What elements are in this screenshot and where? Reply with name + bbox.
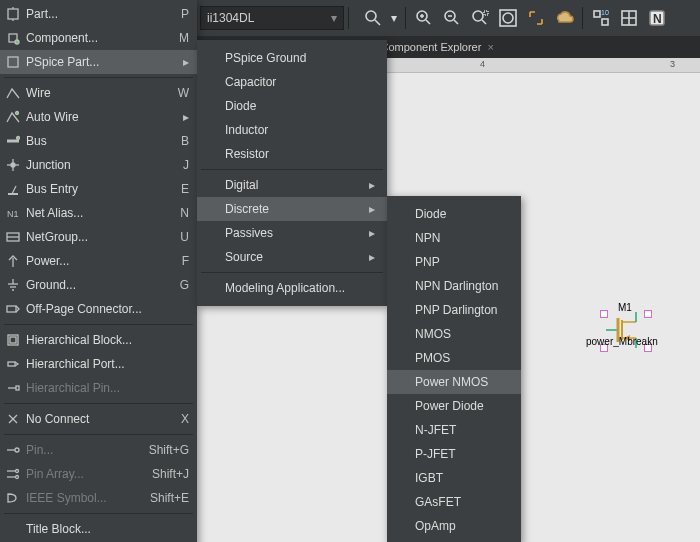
part-name-value: ii1304DL [207, 11, 254, 25]
snap-icon[interactable]: 10 [588, 5, 614, 31]
menu-item-pmos[interactable]: PMOS [387, 346, 521, 370]
menu-item-npn[interactable]: NPN [387, 226, 521, 250]
svg-rect-11 [484, 11, 488, 15]
grid-icon[interactable] [616, 5, 642, 31]
place-menu: Part...PComponent...MPSpice Part...▸Wire… [0, 0, 197, 542]
cloud-icon[interactable] [551, 5, 577, 31]
zoom-area-icon[interactable] [467, 5, 493, 31]
blank-icon [4, 520, 22, 538]
menu-item-label: PNP Darlington [415, 303, 498, 317]
menu-separator [4, 77, 193, 78]
menu-item-inductor[interactable]: Inductor [197, 118, 387, 142]
svg-point-38 [17, 137, 20, 140]
menu-item-n-jfet[interactable]: N-JFET [387, 418, 521, 442]
svg-point-61 [15, 448, 19, 452]
search-icon[interactable] [360, 5, 386, 31]
menu-item-junction[interactable]: JunctionJ [0, 153, 197, 177]
menu-item-label: Bus Entry [26, 182, 181, 196]
pspice-icon [4, 53, 22, 71]
menu-item-digital[interactable]: Digital▸ [197, 173, 387, 197]
menu-item-shortcut: W [178, 86, 189, 100]
menu-item-diode[interactable]: Diode [387, 202, 521, 226]
menu-item-opamp[interactable]: OpAmp [387, 514, 521, 538]
menu-item-label: Passives [225, 226, 369, 240]
menu-item-discrete[interactable]: Discrete▸ [197, 197, 387, 221]
menu-item-passives[interactable]: Passives▸ [197, 221, 387, 245]
menu-item-label: Hierarchical Pin... [26, 381, 189, 395]
menu-item-shortcut: E [181, 182, 189, 196]
svg-point-65 [16, 476, 19, 479]
menu-item-component[interactable]: Component...M [0, 26, 197, 50]
menu-item-shortcut: F [182, 254, 189, 268]
tab-label: Component Explorer [381, 41, 482, 53]
selection-handle[interactable] [600, 310, 608, 318]
discrete-submenu: DiodeNPNPNPNPN DarlingtonPNP DarlingtonN… [387, 196, 521, 542]
tab-component-explorer[interactable]: Component Explorer× [373, 36, 502, 58]
menu-separator [4, 434, 193, 435]
svg-rect-57 [16, 386, 19, 390]
svg-point-34 [15, 40, 19, 44]
menu-item-p-jfet[interactable]: P-JFET [387, 442, 521, 466]
menu-item-pnp-darlington[interactable]: PNP Darlington [387, 298, 521, 322]
menu-item-label: NMOS [415, 327, 451, 341]
menu-item-power-diode[interactable]: Power Diode [387, 394, 521, 418]
menu-item-label: Pin... [26, 443, 149, 457]
menu-item-igbt[interactable]: IGBT [387, 466, 521, 490]
menu-item-title-block[interactable]: Title Block... [0, 517, 197, 541]
menu-item-ground[interactable]: Ground...G [0, 273, 197, 297]
menu-separator [4, 513, 193, 514]
placed-component[interactable]: M1 power_Mbreakn [600, 294, 660, 354]
menu-item-diode[interactable]: Diode [197, 94, 387, 118]
zoom-fit-icon[interactable] [495, 5, 521, 31]
menu-item-off-page-connector[interactable]: Off-Page Connector... [0, 297, 197, 321]
part-name-field[interactable]: ii1304DL ▾ [200, 6, 344, 30]
menu-item-label: PSpice Part... [26, 55, 183, 69]
menu-item-label: IEEE Symbol... [26, 491, 150, 505]
menu-item-pspice-part[interactable]: PSpice Part...▸ [0, 50, 197, 74]
menu-item-netgroup[interactable]: NetGroup...U [0, 225, 197, 249]
menu-item-label: OpAmp [415, 519, 456, 533]
close-icon[interactable]: × [487, 41, 493, 53]
menu-item-bus[interactable]: BusB [0, 129, 197, 153]
notes-icon[interactable]: N [644, 5, 670, 31]
menu-item-net-alias[interactable]: N1Net Alias...N [0, 201, 197, 225]
submenu-arrow-icon: ▸ [369, 202, 375, 216]
menu-item-hierarchical-block[interactable]: Hierarchical Block... [0, 328, 197, 352]
menu-item-power-nmos[interactable]: Power NMOS [387, 370, 521, 394]
menu-item-nmos[interactable]: NMOS [387, 322, 521, 346]
menu-item-source[interactable]: Source▸ [197, 245, 387, 269]
menu-item-part[interactable]: Part...P [0, 2, 197, 26]
menu-item-power[interactable]: Power...F [0, 249, 197, 273]
menu-item-pin-array: Pin Array...Shift+J [0, 462, 197, 486]
menu-item-label: Resistor [225, 147, 375, 161]
menu-item-pnp[interactable]: PNP [387, 250, 521, 274]
menu-item-modeling-application[interactable]: Modeling Application... [197, 276, 387, 300]
busentry-icon [4, 180, 22, 198]
menu-item-label: Off-Page Connector... [26, 302, 189, 316]
menu-item-shortcut: J [183, 158, 189, 172]
menu-item-npn-darlington[interactable]: NPN Darlington [387, 274, 521, 298]
zoom-selection-icon[interactable] [523, 5, 549, 31]
menu-item-pspice-ground[interactable]: PSpice Ground [197, 46, 387, 70]
pspice-part-submenu: PSpice GroundCapacitorDiodeInductorResis… [197, 40, 387, 306]
svg-line-3 [426, 20, 430, 24]
menu-item-resistor[interactable]: Resistor [197, 142, 387, 166]
menu-item-gasfet[interactable]: GAsFET [387, 490, 521, 514]
menu-item-label: No Connect [26, 412, 181, 426]
menu-item-shortcut: B [181, 134, 189, 148]
menu-item-auto-wire[interactable]: Auto Wire▸ [0, 105, 197, 129]
menu-item-bus-entry[interactable]: Bus EntryE [0, 177, 197, 201]
junction-icon [4, 156, 22, 174]
menu-item-wire[interactable]: WireW [0, 81, 197, 105]
dropdown-icon[interactable]: ▾ [388, 5, 400, 31]
svg-point-9 [473, 11, 483, 21]
menu-item-hierarchical-port[interactable]: Hierarchical Port... [0, 352, 197, 376]
menu-item-shortcut: P [181, 7, 189, 21]
zoom-out-icon[interactable] [439, 5, 465, 31]
menu-item-label: Power NMOS [415, 375, 488, 389]
zoom-in-icon[interactable] [411, 5, 437, 31]
menu-item-label: Part... [26, 7, 181, 21]
menu-item-capacitor[interactable]: Capacitor [197, 70, 387, 94]
selection-handle[interactable] [644, 310, 652, 318]
menu-item-no-connect[interactable]: No ConnectX [0, 407, 197, 431]
